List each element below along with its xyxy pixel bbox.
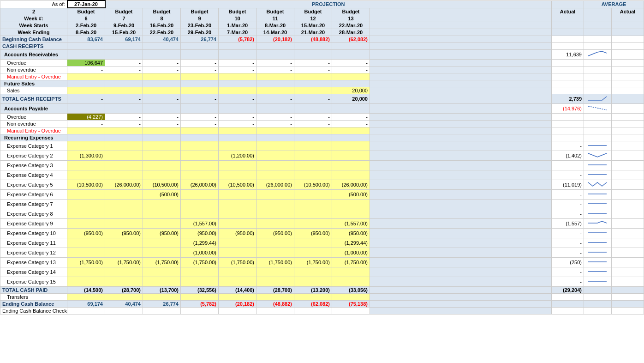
manual-entry-overdue-ar-label: Manual Entry - Overdue [0, 73, 67, 80]
exp12-avg2 [612, 248, 644, 258]
me-ar-spark [584, 73, 612, 80]
exp11-8 [143, 238, 181, 248]
exp3-spark [584, 161, 612, 170]
exp15-avg2 [612, 277, 644, 287]
empty-spacer2 [370, 8, 552, 15]
ecb-12: (62,082) [294, 301, 332, 308]
total-cash-receipts-label: TOTAL CASH RECEIPTS [0, 94, 67, 104]
spark-empty2 [584, 22, 612, 29]
avg-empty6 [612, 29, 644, 36]
ending-cash-balance-label: Ending Cash Balance [0, 301, 67, 308]
exp10-avg: - [552, 229, 584, 238]
me-ap-7 [105, 127, 143, 134]
non-overdue-ap-7: - [105, 121, 143, 127]
exp3-10 [219, 161, 256, 170]
exp13-12: (1,750.00) [294, 258, 332, 267]
ar-spark [584, 50, 612, 60]
exp15-label: Expense Category 15 [0, 277, 67, 287]
exp6-6 [67, 190, 105, 200]
empty33 [370, 267, 552, 277]
empty20 [370, 141, 552, 151]
ws-8: 16-Feb-20 [143, 22, 181, 29]
re-h-13 [332, 134, 370, 141]
avg-empty2 [612, 15, 644, 22]
week-starts-label: Week Starts [0, 22, 67, 29]
exp2-6: (1,300.00) [67, 151, 105, 161]
exp3-avg: - [552, 161, 584, 170]
exp1-10 [219, 141, 256, 151]
empty30 [370, 238, 552, 248]
sales-spark [584, 87, 612, 94]
exp11-6 [67, 238, 105, 248]
week-label: Week #: [0, 15, 67, 22]
fs-h-9 [181, 80, 219, 87]
transfers-13 [332, 294, 370, 301]
exp9-6 [67, 219, 105, 229]
week-13: 13 [332, 15, 370, 22]
non-overdue-ar-avg [552, 67, 584, 73]
col-budget-13: Budget [332, 8, 370, 15]
exp14-11 [256, 267, 294, 277]
ecb-13: (75,138) [332, 301, 370, 308]
transfers-9 [181, 294, 219, 301]
tcr-avg2 [612, 94, 644, 104]
exp1-avg: - [552, 141, 584, 151]
exp2-label: Expense Category 2 [0, 151, 67, 161]
exp4-11 [256, 170, 294, 180]
non-overdue-ar-12: - [294, 67, 332, 73]
fs-avg2 [612, 80, 644, 87]
avg-empty1 [552, 15, 584, 22]
ap-avg2 [612, 104, 644, 114]
ap-h-7 [105, 104, 143, 114]
me-ap-6 [67, 127, 105, 134]
re-h-6 [67, 134, 105, 141]
exp3-9 [181, 161, 219, 170]
week-12: 12 [294, 15, 332, 22]
ecb-9: (5,782) [181, 301, 219, 308]
exp10-7: (950.00) [105, 229, 143, 238]
empty3 [370, 15, 552, 22]
ar-h-6 [67, 50, 105, 60]
sales-avg2 [612, 87, 644, 94]
exp11-label: Expense Category 11 [0, 238, 67, 248]
non-overdue-ap-9: - [181, 121, 219, 127]
exp12-6 [67, 248, 105, 258]
exp6-9 [181, 190, 219, 200]
as-of-date[interactable]: 27-Jan-20 [67, 0, 105, 8]
exp5-13: (26,000.00) [332, 180, 370, 190]
non-overdue-ap-label: Non overdue [0, 121, 67, 127]
empty35 [370, 287, 552, 294]
cash-receipts-label: CASH RECEIPTS [0, 43, 67, 50]
overdue-ar-7: - [143, 60, 181, 67]
exp8-12 [294, 209, 332, 219]
exp14-6 [67, 267, 105, 277]
tcp-11: (28,700) [256, 287, 294, 294]
ar-h-7 [105, 50, 143, 60]
exp6-label: Expense Category 6 [0, 190, 67, 200]
overdue-ar-spark [584, 60, 612, 67]
transfers-spark [584, 294, 612, 301]
transfers-11 [256, 294, 294, 301]
non-overdue-ap-avg2 [612, 121, 644, 127]
overdue-ar-avg [552, 60, 584, 67]
average-header: AVERAGE [584, 0, 644, 8]
week-6: 6 [67, 15, 105, 22]
tcp-10: (14,400) [219, 287, 256, 294]
week-11: 11 [256, 15, 294, 22]
exp10-spark [584, 229, 612, 238]
exp8-10 [219, 209, 256, 219]
exp13-6: (1,750.00) [67, 258, 105, 267]
future-sales-label: Future Sales [0, 80, 67, 87]
ecbc-11 [256, 308, 294, 315]
exp7-avg2 [612, 200, 644, 209]
bcb-8: 40,474 [143, 36, 181, 43]
non-overdue-ar-7: - [105, 67, 143, 73]
exp5-12: (10,500.00) [294, 180, 332, 190]
fs-h-11 [256, 80, 294, 87]
tcr-9: - [181, 94, 219, 104]
sales-label: Sales [0, 87, 67, 94]
me-ap-12 [294, 127, 332, 134]
exp14-9 [181, 267, 219, 277]
ar-h-13 [332, 50, 370, 60]
exp5-11: (26,000.00) [256, 180, 294, 190]
